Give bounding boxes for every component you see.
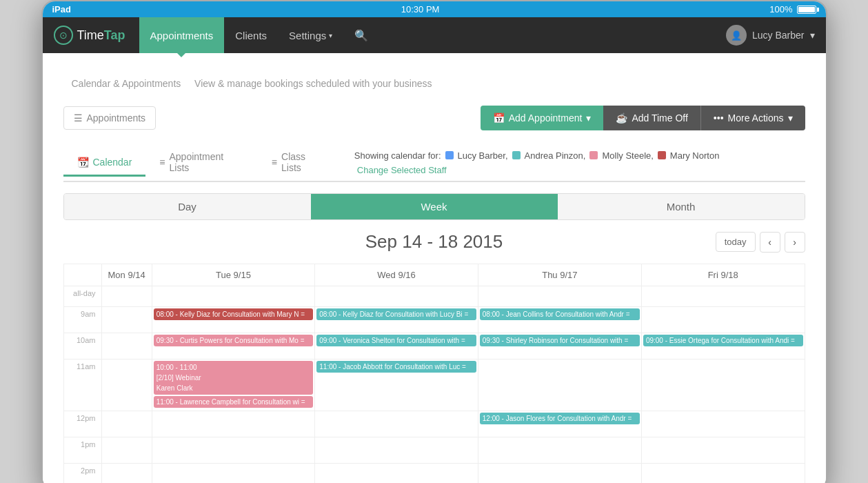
cell-fri-10: 09:00 - Essie Ortega for Consultation wi… [641,333,805,359]
coffee-icon: ☕ [616,112,627,124]
time-row-9am: 9am 08:00 - Kelly Diaz for Consultation … [63,307,805,333]
time-row-1pm: 1pm [63,437,805,464]
appt-tue-930[interactable]: 09:30 - Curtis Powers for Consultation w… [154,335,314,346]
logo[interactable]: ⊙ TimeTap [54,26,125,45]
cell-thu-9: 08:00 - Jean Collins for Consultation wi… [478,307,641,333]
tab-calendar[interactable]: 📆 Calendar [63,150,146,177]
time-row-2pm: 2pm [63,464,805,484]
date-controls: today ‹ › [716,232,805,253]
toolbar-actions: 📅 Add Appointment ▾ ☕ Add Time Off ••• M… [481,106,805,130]
appt-wed-1100[interactable]: 11:00 - Jacob Abbott for Consultation wi… [316,361,476,373]
calendar-icon: 📅 [493,112,505,124]
cell-mon-1 [101,437,152,464]
cell-fri-12 [641,411,805,437]
col-tue: Tue 9/15 [152,264,315,286]
time-12pm: 12pm [63,411,101,437]
appt-thu-1200[interactable]: 12:00 - Jason Flores for Consultation wi… [480,413,640,424]
nav-user[interactable]: 👤 Lucy Barber ▾ [726,25,814,46]
cell-tue-1 [152,437,315,464]
cell-thu-2 [478,464,641,484]
allday-label: all-day [63,286,101,307]
cell-mon-9 [101,307,152,333]
chevron-down-icon: ▾ [586,112,591,124]
calendar-grid: Mon 9/14 Tue 9/15 Wed 9/16 Thu 9/17 Fri … [63,264,805,483]
time-9am: 9am [63,307,101,333]
view-week-button[interactable]: Week [311,194,558,219]
page-title: Calendar & Appointments View & manage bo… [63,70,805,92]
cell-wed-12 [315,411,478,437]
view-month-button[interactable]: Month [558,194,805,219]
appt-wed-930[interactable]: 09:00 - Veronica Shelton for Consultatio… [316,335,476,346]
date-range: Sep 14 - 18 2015 [365,231,503,253]
nav-clients[interactable]: Clients [224,17,278,53]
search-icon[interactable]: 🔍 [349,29,374,42]
staff-dot-mary [658,151,666,159]
add-appointment-button[interactable]: 📅 Add Appointment ▾ [481,106,604,130]
nav-bar: ⊙ TimeTap Appointments Clients Settings … [43,17,826,53]
toolbar-label-text: Appointments [87,112,146,124]
view-buttons: Day Week Month [63,193,805,220]
cell-wed-11: 11:00 - Jacob Abbott for Consultation wi… [315,359,478,411]
cell-thu-12: 12:00 - Jason Flores for Consultation wi… [478,411,641,437]
username: Lucy Barber [752,30,804,41]
tabs-bar: 📆 Calendar ≡ Appointment Lists ≡ Class L… [63,144,805,182]
time-10am: 10am [63,333,101,359]
subtitle-text: View & manage bookings scheduled with yo… [194,78,432,89]
cell-wed-10: 09:00 - Veronica Shelton for Consultatio… [315,333,478,359]
cell-mon-10 [101,333,152,359]
add-timeoff-button[interactable]: ☕ Add Time Off [603,106,700,130]
staff-info: Showing calendar for: Lucy Barber, Andre… [354,150,805,175]
appt-fri-930[interactable]: 09:00 - Essie Ortega for Consultation wi… [643,335,803,346]
col-mon: Mon 9/14 [101,264,152,286]
page-header: Calendar & Appointments View & manage bo… [63,70,805,92]
tab-appointment-lists[interactable]: ≡ Appointment Lists [145,144,258,182]
time-row-11am: 11am 10:00 - 11:00[2/10] WebinarKaren Cl… [63,359,805,411]
col-thu: Thu 9/17 [478,264,641,286]
chevron-down-icon: ▾ [810,30,815,41]
view-day-button[interactable]: Day [64,194,311,219]
allday-wed [315,286,478,307]
appt-tue-webinar[interactable]: 10:00 - 11:00[2/10] WebinarKaren Clark [154,361,314,395]
appt-tue-1100[interactable]: 11:00 - Lawrence Campbell for Consultati… [154,396,314,408]
tab-class-lists[interactable]: ≡ Class Lists [258,144,341,182]
cell-mon-11 [101,359,152,411]
cell-tue-2 [152,464,315,484]
staff-molly: Molly Steele, [602,150,653,161]
avatar: 👤 [726,25,747,46]
nav-appointments[interactable]: Appointments [139,17,225,53]
nav-settings[interactable]: Settings ▾ [278,17,343,53]
allday-tue [152,286,315,307]
time-header [63,264,101,286]
appt-thu-900[interactable]: 08:00 - Jean Collins for Consultation wi… [480,308,640,320]
chevron-down-icon: ▾ [329,32,332,39]
appt-tue-900[interactable]: 08:00 - Kelly Diaz for Consultation with… [154,308,314,320]
staff-andrea: Andrea Pinzon, [525,150,586,161]
main-content: Calendar & Appointments View & manage bo… [43,53,826,483]
chevron-down-icon: ▾ [788,112,793,124]
more-actions-label: More Actions [728,112,784,124]
today-button[interactable]: today [716,232,756,252]
change-selected-staff[interactable]: Change Selected Staff [357,165,447,175]
more-actions-button[interactable]: ••• More Actions ▾ [700,106,805,130]
add-timeoff-label: Add Time Off [632,112,687,124]
time-2pm: 2pm [63,464,101,484]
calendar-tab-icon: 📆 [77,157,89,168]
appt-wed-900[interactable]: 08:00 - Kelly Diaz for Consultation with… [316,308,476,320]
time-11am: 11am [63,359,101,411]
cell-wed-9: 08:00 - Kelly Diaz for Consultation with… [315,307,478,333]
appt-thu-930[interactable]: 09:30 - Shirley Robinson for Consultatio… [480,335,640,346]
cell-thu-10: 09:30 - Shirley Robinson for Consultatio… [478,333,641,359]
prev-arrow[interactable]: ‹ [760,232,780,253]
staff-dot-molly [589,151,598,159]
next-arrow[interactable]: › [785,232,805,253]
cell-thu-1 [478,437,641,464]
allday-mon [101,286,152,307]
list-tab-icon: ≡ [159,157,165,168]
col-wed: Wed 9/16 [315,264,478,286]
col-fri: Fri 9/18 [641,264,805,286]
cell-mon-12 [101,411,152,437]
battery-icon [797,6,816,14]
allday-thu [478,286,641,307]
all-day-row: all-day [63,286,805,307]
time-row-10am: 10am 09:30 - Curtis Powers for Consultat… [63,333,805,359]
